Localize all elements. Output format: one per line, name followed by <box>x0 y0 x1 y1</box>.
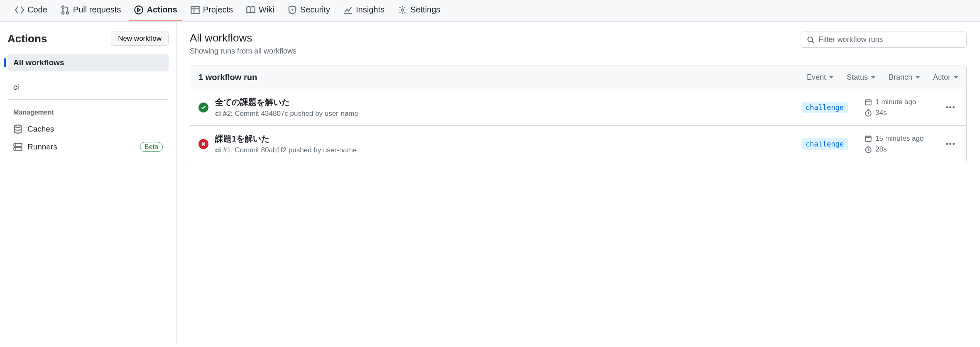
status-success-icon <box>198 103 208 112</box>
run-meta: 15 minutes ago 28s <box>865 134 939 154</box>
svg-point-12 <box>808 37 813 42</box>
nav-tab-label: Actions <box>147 5 177 15</box>
beta-badge: Beta <box>140 142 163 152</box>
runs-table: 1 workflow run Event Status Branch Actor <box>190 66 967 162</box>
sidebar-section-management: Management <box>7 103 169 120</box>
svg-rect-13 <box>865 100 871 105</box>
caret-down-icon <box>871 76 875 78</box>
svg-point-6 <box>401 9 404 11</box>
caret-down-icon <box>954 76 958 78</box>
run-menu-button[interactable] <box>943 103 958 112</box>
svg-point-3 <box>135 6 143 14</box>
search-icon <box>807 36 814 44</box>
sidebar: Actions New workflow All workflows ci Ma… <box>0 22 176 345</box>
nav-tab-label: Code <box>27 5 47 15</box>
main-content: All workflows Showing runs from all work… <box>176 22 980 345</box>
nav-tab-wiki[interactable]: Wiki <box>241 0 279 21</box>
sidebar-divider <box>7 75 169 75</box>
run-title: 課題1を解いた <box>215 133 785 144</box>
page-subtitle: Showing runs from all workflows <box>190 47 296 56</box>
sidebar-item-all-workflows[interactable]: All workflows <box>7 54 169 71</box>
database-icon <box>13 125 22 134</box>
svg-rect-15 <box>865 136 871 141</box>
book-icon <box>246 5 255 15</box>
stopwatch-icon <box>865 109 872 117</box>
caret-down-icon <box>829 76 833 78</box>
run-menu-button[interactable] <box>943 139 958 148</box>
nav-tab-settings[interactable]: Settings <box>393 0 445 21</box>
run-time: 15 minutes ago <box>875 134 924 143</box>
nav-tab-actions[interactable]: Actions <box>129 0 182 21</box>
shield-icon <box>288 5 297 15</box>
sidebar-item-label: Caches <box>27 125 54 134</box>
nav-tab-label: Pull requests <box>73 5 121 15</box>
nav-tab-security[interactable]: Security <box>283 0 335 21</box>
nav-tab-label: Wiki <box>259 5 274 15</box>
svg-point-11 <box>15 149 16 149</box>
git-pull-request-icon <box>61 5 70 15</box>
repo-nav: Code Pull requests Actions Projects Wiki… <box>0 0 980 22</box>
svg-point-2 <box>66 12 69 14</box>
nav-tab-projects[interactable]: Projects <box>186 0 238 21</box>
run-meta: 1 minute ago 34s <box>865 98 939 117</box>
new-workflow-button[interactable]: New workflow <box>111 32 169 46</box>
filter-branch[interactable]: Branch <box>889 73 920 82</box>
svg-rect-4 <box>191 6 199 13</box>
run-row[interactable]: 全ての課題を解いた ci #2: Commit 434807c pushed b… <box>190 89 966 126</box>
sidebar-item-runners[interactable]: Runners Beta <box>7 138 169 156</box>
sidebar-item-workflow-ci[interactable]: ci <box>7 78 169 96</box>
calendar-icon <box>865 98 872 106</box>
nav-tab-label: Settings <box>410 5 440 15</box>
svg-point-10 <box>15 145 16 145</box>
nav-tab-label: Security <box>300 5 330 15</box>
graph-icon <box>343 5 353 15</box>
branch-label[interactable]: challenge <box>801 102 848 113</box>
calendar-icon <box>865 135 872 142</box>
runs-table-header: 1 workflow run Event Status Branch Actor <box>190 66 966 89</box>
code-icon <box>15 5 24 15</box>
gear-icon <box>398 5 407 15</box>
run-subtitle: ci #2: Commit 434807c pushed by user-nam… <box>215 110 785 118</box>
sidebar-item-label: Runners <box>27 142 57 152</box>
filter-status[interactable]: Status <box>847 73 875 82</box>
filter-event[interactable]: Event <box>807 73 833 82</box>
svg-point-5 <box>292 9 292 9</box>
svg-point-0 <box>62 6 64 8</box>
search-box[interactable] <box>801 32 967 48</box>
sidebar-item-label: ci <box>13 83 19 92</box>
run-duration: 28s <box>875 145 887 154</box>
sidebar-item-label: All workflows <box>13 58 64 67</box>
play-circle-icon <box>134 5 143 15</box>
table-icon <box>191 5 200 15</box>
sidebar-divider <box>7 99 169 100</box>
server-icon <box>13 142 22 152</box>
svg-point-1 <box>62 12 64 14</box>
run-row[interactable]: 課題1を解いた ci #1: Commit 80ab1f2 pushed by … <box>190 126 966 162</box>
run-subtitle: ci #1: Commit 80ab1f2 pushed by user-nam… <box>215 146 785 154</box>
status-failure-icon <box>198 139 208 149</box>
caret-down-icon <box>916 76 920 78</box>
sidebar-item-caches[interactable]: Caches <box>7 120 169 138</box>
stopwatch-icon <box>865 146 872 153</box>
run-duration: 34s <box>875 109 887 117</box>
filter-actor[interactable]: Actor <box>933 73 958 82</box>
nav-tab-pull-requests[interactable]: Pull requests <box>56 0 126 21</box>
runs-count: 1 workflow run <box>198 73 257 82</box>
sidebar-title: Actions <box>7 32 47 45</box>
page-title: All workflows <box>190 32 296 44</box>
run-title: 全ての課題を解いた <box>215 97 785 108</box>
svg-point-7 <box>15 125 22 127</box>
run-time: 1 minute ago <box>875 98 916 106</box>
nav-tab-insights[interactable]: Insights <box>338 0 390 21</box>
branch-label[interactable]: challenge <box>801 138 848 150</box>
nav-tab-code[interactable]: Code <box>10 0 52 21</box>
nav-tab-label: Projects <box>203 5 233 15</box>
nav-tab-label: Insights <box>356 5 385 15</box>
search-input[interactable] <box>818 35 960 44</box>
